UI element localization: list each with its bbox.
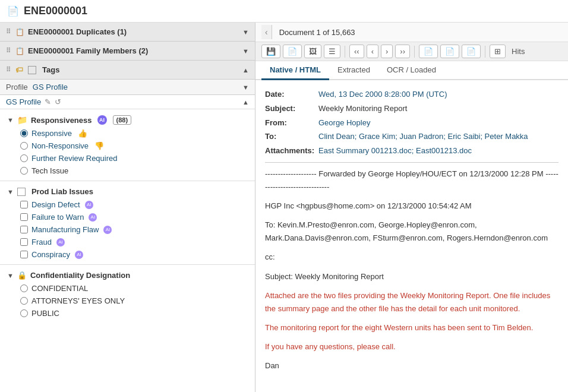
nav-first-button[interactable]: ‹‹ bbox=[349, 45, 364, 58]
tech-issue-radio[interactable] bbox=[20, 167, 28, 175]
confidentiality-toggle[interactable]: ▼ bbox=[7, 272, 14, 279]
page-btn2[interactable]: 📄 bbox=[440, 45, 459, 58]
non-responsive-radio[interactable] bbox=[20, 142, 28, 150]
list-item: PUBLIC bbox=[14, 307, 255, 320]
responsive-text: Responsive bbox=[31, 129, 72, 138]
from-value: George Hopley bbox=[318, 117, 558, 129]
confidentiality-section: ▼ 🔒 Confidentiality Designation CONFIDEN… bbox=[0, 267, 255, 321]
list-item: Tech Issue bbox=[14, 165, 255, 177]
main-layout: ⠿ 📋 ENE0000001 Duplicates (1) ▼ ⠿ 📋 ENE0… bbox=[0, 23, 568, 392]
confidential-text: CONFIDENTIAL bbox=[31, 284, 88, 293]
drag-handle-family: ⠿ bbox=[6, 47, 11, 55]
design-defect-checkbox[interactable] bbox=[20, 201, 28, 208]
tab-native-html[interactable]: Native / HTML bbox=[261, 61, 329, 80]
list-item: Design Defect AI bbox=[14, 198, 255, 211]
design-defect-label[interactable]: Design Defect bbox=[20, 200, 80, 209]
nav-next-button[interactable]: › bbox=[381, 45, 393, 58]
to-value: Clint Dean; Grace Kim; Juan Padron; Eric… bbox=[318, 131, 558, 143]
manufacturing-flaw-label[interactable]: Manufacturing Flaw bbox=[20, 225, 99, 234]
tab-extracted[interactable]: Extracted bbox=[329, 61, 378, 80]
prod-liab-checkbox[interactable] bbox=[17, 188, 26, 196]
chevron-down-icon: ▼ bbox=[242, 29, 249, 36]
tech-issue-label[interactable]: Tech Issue bbox=[20, 166, 68, 175]
conspiracy-ai-icon: AI bbox=[75, 251, 83, 259]
tab-ocr-loaded[interactable]: OCR / Loaded bbox=[378, 61, 444, 80]
gs-profile-chevron-icon: ▲ bbox=[242, 99, 249, 106]
lock-icon: 🔒 bbox=[17, 271, 27, 280]
thumbdown-icon[interactable]: 👎 bbox=[94, 141, 104, 150]
body-to: To: Kevin.M.Presto@enron.com, George.Hop… bbox=[265, 219, 558, 245]
public-label[interactable]: PUBLIC bbox=[20, 309, 59, 318]
prod-liab-parent: ▼ Prod Liab Issues bbox=[0, 185, 255, 198]
family-label: ENE0000001 Family Members (2) bbox=[28, 46, 148, 55]
family-group[interactable]: ⠿ 📋 ENE0000001 Family Members (2) ▼ bbox=[0, 42, 255, 61]
public-radio[interactable] bbox=[20, 309, 28, 317]
responsiveness-ai-badge: AI bbox=[97, 115, 107, 125]
conspiracy-checkbox[interactable] bbox=[20, 251, 28, 258]
drag-handle-tags: ⠿ bbox=[6, 66, 11, 74]
doc-nav: ‹ Document 1 of 15,663 bbox=[261, 25, 355, 39]
non-responsive-label[interactable]: Non-Responsive bbox=[20, 141, 89, 150]
body-subject: Subject: Weekly Monitoring Report bbox=[265, 270, 558, 283]
failure-to-warn-ai-icon: AI bbox=[89, 213, 97, 222]
grid-button[interactable]: ⊞ bbox=[490, 45, 506, 58]
failure-to-warn-checkbox[interactable] bbox=[20, 213, 28, 221]
body-line1: HGP Inc <hgpbus@home.com> on 12/13/2000 … bbox=[265, 200, 558, 213]
image-button[interactable]: 🖼 bbox=[304, 45, 321, 58]
to-label: To: bbox=[265, 131, 318, 143]
fraud-ai-icon: AI bbox=[56, 238, 65, 246]
nav-prev-button[interactable]: ‹ bbox=[367, 45, 378, 58]
family-icon: 📋 bbox=[15, 47, 24, 55]
page-btn1[interactable]: 📄 bbox=[419, 45, 438, 58]
chevron-down-icon: ▼ bbox=[242, 48, 249, 55]
from-field: From: George Hopley bbox=[265, 117, 558, 129]
body-sign: Dan bbox=[265, 359, 558, 372]
conspiracy-label[interactable]: Conspiracy bbox=[20, 250, 70, 259]
attorneys-eyes-radio[interactable] bbox=[20, 297, 28, 305]
forwarded-text: -------------------- Forwarded by George… bbox=[265, 167, 558, 372]
undo-icon[interactable]: ↺ bbox=[55, 97, 61, 106]
further-review-label[interactable]: Further Review Required bbox=[20, 154, 118, 163]
prod-liab-toggle[interactable]: ▼ bbox=[7, 188, 14, 195]
date-value: Wed, 13 Dec 2000 8:28:00 PM (UTC) bbox=[318, 88, 558, 101]
duplicates-group[interactable]: ⠿ 📋 ENE0000001 Duplicates (1) ▼ bbox=[0, 23, 255, 42]
responsive-label[interactable]: Responsive bbox=[20, 129, 72, 138]
to-field: To: Clint Dean; Grace Kim; Juan Padron; … bbox=[265, 131, 558, 143]
list-button[interactable]: ☰ bbox=[324, 45, 340, 58]
panel-collapse-icon[interactable]: ‹ bbox=[261, 25, 272, 39]
confidential-label[interactable]: CONFIDENTIAL bbox=[20, 284, 88, 293]
tags-checkbox[interactable] bbox=[28, 66, 36, 74]
edit-icon[interactable]: ✎ bbox=[45, 97, 51, 106]
tags-group[interactable]: ⠿ 🏷 Tags ▲ bbox=[0, 61, 255, 80]
attachments-value: East Summary 001213.doc; East001213.doc bbox=[318, 145, 472, 157]
fraud-label[interactable]: Fraud bbox=[20, 238, 52, 246]
manufacturing-flaw-checkbox[interactable] bbox=[20, 226, 28, 233]
prod-liab-children: Design Defect AI Failure to Warn AI bbox=[0, 198, 255, 261]
action-toolbar: 💾 📄 🖼 ☰ ‹‹ ‹ › ›› 📄 📄 📄 ⊞ Hits bbox=[255, 42, 568, 61]
body-paragraph1: Attached are the two files providing the… bbox=[265, 289, 558, 315]
attorneys-eyes-text: ATTORNEYS' EYES ONLY bbox=[31, 296, 125, 305]
responsiveness-toggle[interactable]: ▼ bbox=[7, 116, 14, 124]
nav-last-button[interactable]: ›› bbox=[395, 45, 410, 58]
attorneys-eyes-label[interactable]: ATTORNEYS' EYES ONLY bbox=[20, 296, 125, 305]
list-item: Fraud AI bbox=[14, 236, 255, 248]
fraud-checkbox[interactable] bbox=[20, 238, 28, 246]
tags-label: Tags bbox=[42, 65, 59, 74]
tech-issue-text: Tech Issue bbox=[31, 166, 68, 175]
subject-value: Weekly Monitoring Report bbox=[318, 103, 558, 115]
forwarded-paragraph: -------------------- Forwarded by George… bbox=[265, 167, 558, 194]
doc-tabs: Native / HTML Extracted OCR / Loaded bbox=[255, 61, 568, 80]
failure-to-warn-label[interactable]: Failure to Warn bbox=[20, 213, 84, 222]
further-review-radio[interactable] bbox=[20, 154, 28, 162]
page-btn3[interactable]: 📄 bbox=[462, 45, 481, 58]
design-defect-ai-icon: AI bbox=[85, 201, 93, 209]
list-item: Conspiracy AI bbox=[14, 248, 255, 261]
fraud-text: Fraud bbox=[31, 238, 52, 246]
save-button[interactable]: 💾 bbox=[261, 45, 280, 58]
thumbup-icon[interactable]: 👍 bbox=[78, 129, 87, 138]
copy-button[interactable]: 📄 bbox=[283, 45, 302, 58]
confidential-radio[interactable] bbox=[20, 284, 28, 292]
responsiveness-children: Responsive 👍 Non-Responsive 👎 bbox=[0, 127, 255, 177]
responsive-radio[interactable] bbox=[20, 129, 28, 137]
responsiveness-section: ▼ 📁 Responsiveness AI (88) Responsive 👍 bbox=[0, 112, 255, 178]
